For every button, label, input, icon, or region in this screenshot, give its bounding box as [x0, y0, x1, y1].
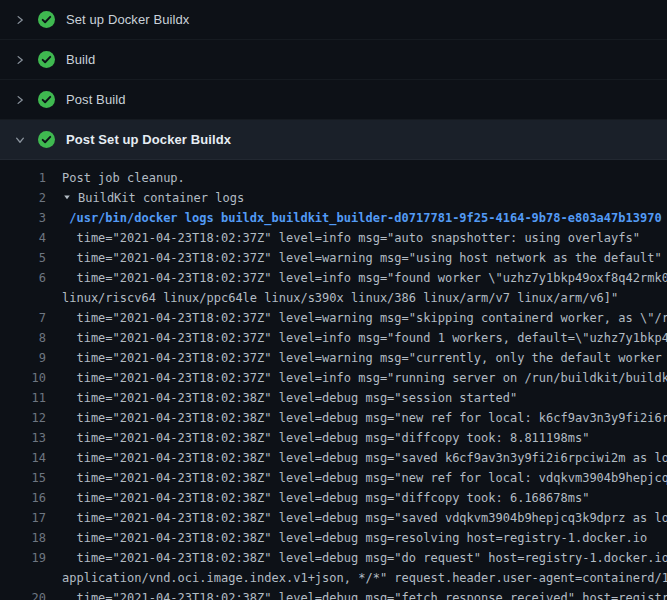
log-line-number[interactable]: 5 — [0, 248, 46, 268]
log-line-text: time="2021-04-23T18:02:38Z" level=debug … — [46, 388, 517, 408]
log-line: 11 time="2021-04-23T18:02:38Z" level=deb… — [0, 388, 667, 408]
log-line-text: time="2021-04-23T18:02:38Z" level=debug … — [46, 528, 647, 548]
log-line: 6 time="2021-04-23T18:02:37Z" level=info… — [0, 268, 667, 288]
log-line-text: time="2021-04-23T18:02:38Z" level=debug … — [46, 508, 667, 528]
log-line-text: /usr/bin/docker logs buildx_buildkit_bui… — [46, 208, 662, 228]
log-line: 3 /usr/bin/docker logs buildx_buildkit_b… — [0, 208, 667, 228]
step-header[interactable]: Set up Docker Buildx — [0, 0, 667, 40]
chevron-right-icon — [12, 92, 28, 108]
log-line: linux/riscv64 linux/ppc64le linux/s390x … — [0, 288, 667, 308]
log-line-number[interactable]: 9 — [0, 348, 46, 368]
log-line-text: time="2021-04-23T18:02:37Z" level=info m… — [46, 368, 667, 388]
log-line-number[interactable]: 12 — [0, 408, 46, 428]
log-line-number[interactable]: 18 — [0, 528, 46, 548]
step-header[interactable]: Post Set up Docker Buildx — [0, 120, 667, 160]
log-line-number — [0, 288, 46, 308]
log-line-number[interactable]: 15 — [0, 468, 46, 488]
log-line: 2BuildKit container logs — [0, 188, 667, 208]
step-list: Set up Docker BuildxBuildPost BuildPost … — [0, 0, 667, 160]
workflow-log-viewer: Set up Docker BuildxBuildPost BuildPost … — [0, 0, 667, 600]
step-label: Post Set up Docker Buildx — [66, 132, 231, 147]
log-line-text: time="2021-04-23T18:02:38Z" level=debug … — [46, 448, 667, 468]
log-line-number[interactable]: 17 — [0, 508, 46, 528]
step-header[interactable]: Build — [0, 40, 667, 80]
check-circle-icon — [38, 91, 55, 108]
log-line-text: time="2021-04-23T18:02:38Z" level=debug … — [46, 548, 667, 568]
log-line-text: time="2021-04-23T18:02:38Z" level=debug … — [46, 468, 667, 488]
log-line: 20 time="2021-04-23T18:02:38Z" level=deb… — [0, 588, 667, 600]
log-line-text: time="2021-04-23T18:02:38Z" level=debug … — [46, 488, 589, 508]
log-line-text: time="2021-04-23T18:02:37Z" level=info m… — [46, 228, 640, 248]
log-line-number[interactable]: 7 — [0, 308, 46, 328]
log-line-number[interactable]: 2 — [0, 188, 46, 208]
log-line: 12 time="2021-04-23T18:02:38Z" level=deb… — [0, 408, 667, 428]
log-line-text: time="2021-04-23T18:02:37Z" level=info m… — [46, 328, 667, 348]
log-line-text: time="2021-04-23T18:02:38Z" level=debug … — [46, 588, 667, 600]
log-line-number[interactable]: 14 — [0, 448, 46, 468]
log-line: 17 time="2021-04-23T18:02:38Z" level=deb… — [0, 508, 667, 528]
log-line-text: Post job cleanup. — [46, 168, 185, 188]
log-group-label: BuildKit container logs — [78, 191, 244, 205]
log-line: 9 time="2021-04-23T18:02:37Z" level=warn… — [0, 348, 667, 368]
log-line: 4 time="2021-04-23T18:02:37Z" level=info… — [0, 228, 667, 248]
log-line-text: time="2021-04-23T18:02:38Z" level=debug … — [46, 428, 589, 448]
chevron-right-icon — [12, 12, 28, 28]
chevron-right-icon — [12, 52, 28, 68]
step-label: Post Build — [66, 92, 126, 107]
log-line: 16 time="2021-04-23T18:02:38Z" level=deb… — [0, 488, 667, 508]
log-line: 15 time="2021-04-23T18:02:38Z" level=deb… — [0, 468, 667, 488]
step-label: Set up Docker Buildx — [66, 12, 189, 27]
log-line-number[interactable]: 10 — [0, 368, 46, 388]
check-circle-icon — [38, 51, 55, 68]
log-line-text: time="2021-04-23T18:02:37Z" level=info m… — [46, 268, 667, 288]
check-circle-icon — [38, 11, 55, 28]
log-line-text: time="2021-04-23T18:02:38Z" level=debug … — [46, 408, 667, 428]
log-line-number[interactable]: 13 — [0, 428, 46, 448]
log-line: 7 time="2021-04-23T18:02:37Z" level=warn… — [0, 308, 667, 328]
log-line-number[interactable]: 16 — [0, 488, 46, 508]
step-label: Build — [66, 52, 95, 67]
log-line: 8 time="2021-04-23T18:02:37Z" level=info… — [0, 328, 667, 348]
log-line-number[interactable]: 6 — [0, 268, 46, 288]
log-line: 14 time="2021-04-23T18:02:38Z" level=deb… — [0, 448, 667, 468]
log-line-number — [0, 568, 46, 588]
log-line: application/vnd.oci.image.index.v1+json,… — [0, 568, 667, 588]
log-line-text: time="2021-04-23T18:02:37Z" level=warnin… — [46, 348, 667, 368]
log-line-number[interactable]: 4 — [0, 228, 46, 248]
log-line-number[interactable]: 20 — [0, 588, 46, 600]
log-line-text[interactable]: BuildKit container logs — [46, 188, 244, 208]
log-line: 10 time="2021-04-23T18:02:37Z" level=inf… — [0, 368, 667, 388]
chevron-down-icon — [12, 132, 28, 148]
check-circle-icon — [38, 131, 55, 148]
log-line-number[interactable]: 1 — [0, 168, 46, 188]
log-line-text: time="2021-04-23T18:02:37Z" level=warnin… — [46, 248, 662, 268]
log-line: 19 time="2021-04-23T18:02:38Z" level=deb… — [0, 548, 667, 568]
log-area: 1Post job cleanup.2BuildKit container lo… — [0, 160, 667, 600]
step-header[interactable]: Post Build — [0, 80, 667, 120]
log-line-number[interactable]: 8 — [0, 328, 46, 348]
log-line: 13 time="2021-04-23T18:02:38Z" level=deb… — [0, 428, 667, 448]
log-line: 1Post job cleanup. — [0, 168, 667, 188]
log-line-number[interactable]: 11 — [0, 388, 46, 408]
log-line-number[interactable]: 19 — [0, 548, 46, 568]
log-line-text: application/vnd.oci.image.index.v1+json,… — [46, 568, 667, 588]
log-group-toggle-icon[interactable] — [62, 188, 72, 208]
log-line-text: time="2021-04-23T18:02:37Z" level=warnin… — [46, 308, 667, 328]
log-line: 5 time="2021-04-23T18:02:37Z" level=warn… — [0, 248, 667, 268]
log-line: 18 time="2021-04-23T18:02:38Z" level=deb… — [0, 528, 667, 548]
log-line-text: linux/riscv64 linux/ppc64le linux/s390x … — [46, 288, 618, 308]
log-line-number[interactable]: 3 — [0, 208, 46, 228]
